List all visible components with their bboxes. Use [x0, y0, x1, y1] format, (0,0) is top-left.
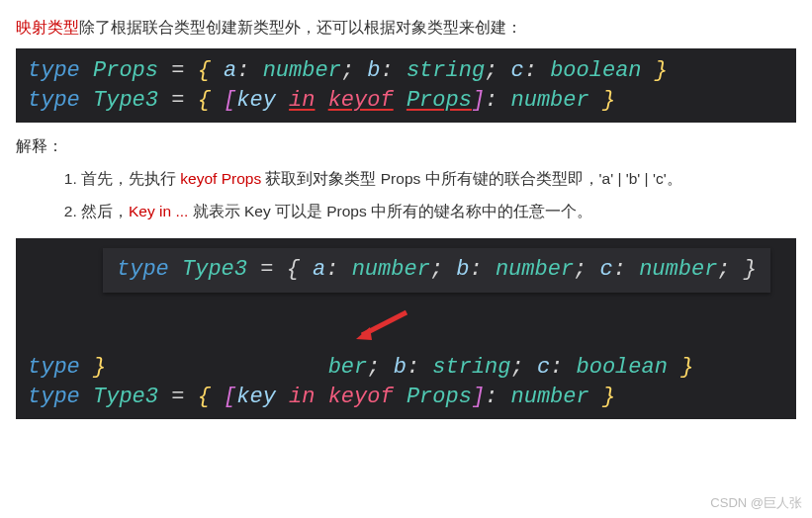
intro-highlight: 映射类型: [16, 19, 79, 36]
op-in: in: [289, 385, 315, 409]
intro-paragraph: 映射类型除了根据联合类型创建新类型外，还可以根据对象类型来创建：: [16, 18, 796, 39]
type-props: Props: [93, 58, 158, 83]
rbrace: }: [602, 385, 615, 409]
keyword-type: type: [28, 385, 80, 409]
partial-ber: ber: [328, 355, 368, 380]
key-var: key: [236, 88, 276, 113]
type-number: number: [511, 385, 589, 409]
keyword-type: type: [28, 58, 80, 83]
colon: :: [524, 58, 537, 83]
intro-rest: 除了根据联合类型创建新类型外，还可以根据对象类型来创建：: [79, 19, 522, 36]
rbrace: }: [93, 355, 106, 380]
lbracket: [: [224, 88, 236, 113]
semi: ;: [367, 355, 380, 380]
prop-b: b: [394, 355, 406, 380]
list-item: 首先，先执行 keyof Props 获取到对象类型 Props 中所有键的联合…: [81, 167, 796, 192]
prop-a: a: [313, 257, 325, 282]
prop-b: b: [367, 58, 380, 83]
equals: =: [171, 385, 184, 409]
key-var: key: [236, 385, 276, 409]
semi: ;: [717, 257, 730, 282]
colon: :: [550, 355, 563, 380]
type-string: string: [432, 355, 510, 380]
colon: :: [325, 257, 338, 282]
type-type3: Type3: [93, 385, 158, 409]
rbrace: }: [602, 88, 615, 113]
lbrace: {: [198, 385, 211, 409]
colon: :: [613, 257, 626, 282]
op-in: in: [289, 88, 315, 113]
rbracket: ]: [472, 385, 485, 409]
explain-heading: 解释：: [16, 136, 796, 157]
list-item: 然后，Key in ... 就表示 Key 可以是 Props 中所有的键名称中…: [81, 200, 796, 224]
keyword-type: type: [28, 355, 80, 380]
type-string: string: [406, 58, 485, 83]
code-block-1: type Props = { a: number; b: string; c: …: [16, 48, 796, 123]
colon: :: [406, 355, 419, 380]
type-tooltip: type Type3 = { a: number; b: number; c: …: [103, 248, 770, 293]
keyword-type: type: [28, 88, 80, 113]
prop-c: c: [600, 257, 613, 282]
semi: ;: [341, 58, 354, 83]
type-boolean: boolean: [550, 58, 641, 83]
watermark: CSDN @巨人张: [710, 494, 802, 512]
type-number: number: [639, 257, 717, 282]
type-number: number: [511, 88, 589, 113]
semi: ;: [511, 355, 524, 380]
props-ref: Props: [406, 385, 472, 409]
lbrace: {: [287, 257, 300, 282]
prop-c: c: [511, 58, 524, 83]
item2-pre: 然后，: [81, 203, 129, 219]
lbrace: {: [198, 58, 211, 83]
semi: ;: [574, 257, 586, 282]
prop-c: c: [537, 355, 550, 380]
op-keyof: keyof: [328, 88, 394, 113]
type-number: number: [496, 257, 574, 282]
type-boolean: boolean: [577, 355, 668, 380]
equals: =: [171, 88, 184, 113]
rbrace: }: [655, 58, 668, 83]
colon: :: [485, 88, 497, 113]
colon: :: [485, 385, 497, 409]
item1-red: keyof Props: [180, 170, 261, 187]
rbracket: ]: [472, 88, 485, 113]
equals: =: [260, 257, 273, 282]
op-keyof: keyof: [328, 385, 394, 409]
prop-b: b: [456, 257, 469, 282]
item2-post: 就表示 Key 可以是 Props 中所有的键名称中的任意一个。: [188, 203, 592, 219]
prop-a: a: [224, 58, 236, 83]
lbrace: {: [198, 88, 211, 113]
colon: :: [236, 58, 249, 83]
props-ref: Props: [406, 88, 472, 113]
arrow-icon: [352, 307, 411, 347]
rbrace: }: [680, 355, 693, 380]
equals: =: [171, 58, 184, 83]
second-code-area: type } ber; b: string; c: boolean } type…: [16, 238, 796, 419]
semi: ;: [485, 58, 497, 83]
type-type3: Type3: [93, 88, 158, 113]
item1-post: 获取到对象类型 Props 中所有键的联合类型即，'a' | 'b' | 'c'…: [261, 170, 681, 187]
item2-red: Key in ...: [129, 203, 188, 219]
keyword-type: type: [117, 257, 169, 282]
lbracket: [: [224, 385, 236, 409]
explanation-list: 首先，先执行 keyof Props 获取到对象类型 Props 中所有键的联合…: [16, 167, 796, 224]
semi: ;: [430, 257, 443, 282]
svg-marker-0: [356, 327, 372, 340]
rbrace: }: [744, 257, 757, 282]
item1-pre: 首先，先执行: [81, 170, 180, 187]
colon: :: [380, 58, 393, 83]
type-number: number: [352, 257, 430, 282]
type-number: number: [263, 58, 341, 83]
type-type3: Type3: [182, 257, 247, 282]
colon: :: [469, 257, 482, 282]
